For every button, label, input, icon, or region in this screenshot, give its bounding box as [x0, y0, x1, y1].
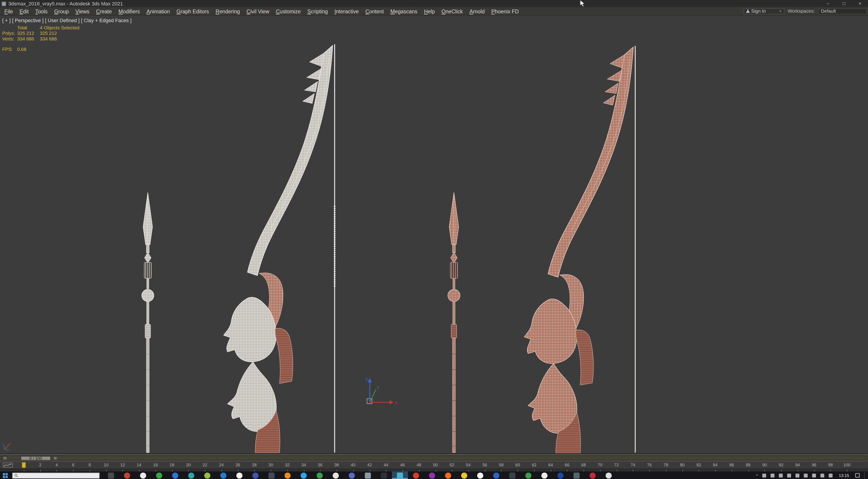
pinned-app-icon-26[interactable] — [504, 472, 520, 479]
spear-model-left[interactable] — [142, 192, 154, 453]
next-frame-button[interactable]: > — [53, 456, 58, 460]
pinned-app-icon-5[interactable] — [167, 472, 183, 479]
axis-gizmo[interactable]: Z Y X — [365, 377, 397, 405]
pinned-app-icon-28[interactable] — [536, 472, 553, 479]
ruler-tick — [798, 470, 798, 471]
spear-model-right[interactable] — [448, 192, 460, 453]
pinned-app-icon-12[interactable] — [280, 472, 296, 479]
system-tray[interactable]: ^ 13:15 — [756, 472, 868, 479]
tray-chevron-icon[interactable]: ^ — [756, 473, 758, 477]
pinned-app-icon-17[interactable] — [360, 472, 376, 479]
pinned-app-icon-22[interactable] — [440, 472, 456, 479]
workspaces-dropdown[interactable]: Default — [818, 8, 867, 14]
tray-icon-9[interactable] — [829, 473, 833, 477]
tray-network-icon[interactable] — [763, 473, 766, 477]
menu-customize[interactable]: Customize — [273, 8, 304, 14]
ruler-label: 10 — [104, 462, 108, 468]
maximize-button[interactable]: □ — [836, 0, 852, 7]
tray-icon-8[interactable] — [820, 473, 825, 477]
pinned-app-icon-32[interactable] — [600, 472, 617, 479]
menu-group[interactable]: Group — [51, 8, 72, 14]
pinned-app-icon-18[interactable] — [376, 472, 392, 479]
windows-taskbar[interactable]: ^ 13:15 — [0, 472, 868, 479]
pinned-app-icon-3[interactable] — [135, 472, 151, 479]
pinned-app-icon-10[interactable] — [248, 472, 264, 479]
3dsmax-taskbar-icon[interactable] — [392, 472, 408, 479]
pinned-app-icon-24[interactable] — [472, 472, 488, 479]
show-desktop-button[interactable] — [864, 472, 866, 479]
menu-animation[interactable]: Animation — [143, 8, 173, 14]
start-button[interactable] — [0, 472, 10, 479]
viewport[interactable]: Z Y X [ + ] [ Perspective ] [ User Defin… — [0, 15, 868, 454]
title-bar[interactable]: 3dsmax_2018_vray5.max - Autodesk 3ds Max… — [0, 0, 868, 7]
time-slider-track[interactable] — [0, 455, 867, 460]
pinned-app-icon-31[interactable] — [585, 472, 600, 479]
tray-icon-5[interactable] — [796, 473, 800, 477]
pinned-app-icon-24-glyph — [477, 472, 483, 478]
menu-edit[interactable]: Edit — [16, 8, 32, 14]
time-slider-handle[interactable]: 0 / 100 — [21, 456, 51, 461]
menu-tools[interactable]: Tools — [32, 8, 51, 14]
pinned-app-icon-16[interactable] — [344, 472, 360, 479]
menu-scripting[interactable]: Scripting — [304, 8, 331, 14]
pinned-app-icon-25[interactable] — [488, 472, 504, 479]
pinned-app-icon-29[interactable] — [553, 472, 568, 479]
pinned-app-icon-27[interactable] — [520, 472, 536, 479]
pinned-app-icon-2[interactable] — [119, 472, 135, 479]
pinned-app-icon-11[interactable] — [264, 472, 280, 479]
menu-phoenix-fd[interactable]: Phoenix FD — [488, 8, 522, 14]
current-frame-marker[interactable] — [22, 462, 26, 468]
tray-icon-4[interactable] — [787, 473, 791, 477]
sword-model-left[interactable] — [223, 44, 335, 453]
tray-icon-3[interactable] — [779, 473, 783, 477]
pinned-app-icon-23[interactable] — [456, 472, 472, 479]
menu-megascans[interactable]: Megascans — [387, 8, 421, 14]
timeline-ruler[interactable]: 0246810121416182022242628303234363840424… — [0, 461, 868, 469]
action-center-icon[interactable] — [855, 473, 860, 478]
previous-frame-button[interactable]: < — [2, 456, 8, 460]
menu-interactive[interactable]: Interactive — [331, 8, 362, 14]
viewport-label[interactable]: [ + ] [ Perspective ] [ User Defined ] [… — [2, 18, 131, 23]
stats-verts-selected: 334 686 — [40, 36, 57, 41]
menu-graph-editors[interactable]: Graph Editors — [173, 8, 212, 14]
pinned-app-icon-14[interactable] — [312, 472, 328, 479]
tray-icon-7[interactable] — [812, 473, 816, 477]
menu-create[interactable]: Create — [93, 8, 115, 14]
menu-rendering[interactable]: Rendering — [212, 8, 243, 14]
track-bar[interactable]: 0246810121416182022242628303234363840424… — [0, 461, 868, 472]
pinned-app-icon-1[interactable] — [103, 472, 119, 479]
open-mini-curve-editor-button[interactable] — [3, 462, 13, 468]
sign-in-button[interactable]: Sign In ▼ — [743, 8, 784, 14]
menu-file[interactable]: File — [1, 8, 16, 14]
close-button[interactable]: × — [852, 0, 868, 7]
menu-help[interactable]: Help — [421, 8, 438, 14]
pinned-app-icon-18-glyph — [381, 472, 387, 478]
pinned-app-icon-15[interactable] — [328, 472, 344, 479]
pinned-app-icon-13[interactable] — [296, 472, 312, 479]
menu-views[interactable]: Views — [72, 8, 93, 14]
taskbar-clock[interactable]: 13:15 — [839, 473, 849, 478]
pinned-app-icon-7[interactable] — [199, 472, 215, 479]
menu-modifiers[interactable]: Modifiers — [115, 8, 143, 14]
pinned-app-icon-12-glyph — [285, 472, 291, 478]
menu-content[interactable]: Content — [362, 8, 387, 14]
taskbar-search[interactable] — [12, 472, 100, 478]
pinned-app-icon-6[interactable] — [183, 472, 199, 479]
pinned-app-icon-20[interactable] — [408, 472, 424, 479]
menu-arnold[interactable]: Arnold — [466, 8, 488, 14]
pinned-app-icon-4[interactable] — [151, 472, 167, 479]
ruler-tick — [188, 470, 189, 471]
sword-model-right[interactable] — [524, 46, 635, 454]
tray-volume-icon[interactable] — [771, 473, 775, 477]
minimize-button[interactable]: – — [820, 0, 836, 7]
viewport-canvas[interactable]: Z Y X — [0, 15, 868, 454]
time-slider[interactable]: < 0 / 100 > — [0, 454, 868, 461]
menu-oneclick[interactable]: OneClick — [438, 8, 466, 14]
pinned-app-icon-9[interactable] — [231, 472, 248, 479]
menu-civil-view[interactable]: Civil View — [243, 8, 273, 14]
stats-polys-label: Polys: — [2, 31, 17, 36]
tray-icon-6[interactable] — [804, 473, 808, 477]
pinned-app-icon-21[interactable] — [424, 472, 440, 479]
pinned-app-icon-30[interactable] — [568, 472, 585, 479]
pinned-app-icon-8[interactable] — [215, 472, 231, 479]
